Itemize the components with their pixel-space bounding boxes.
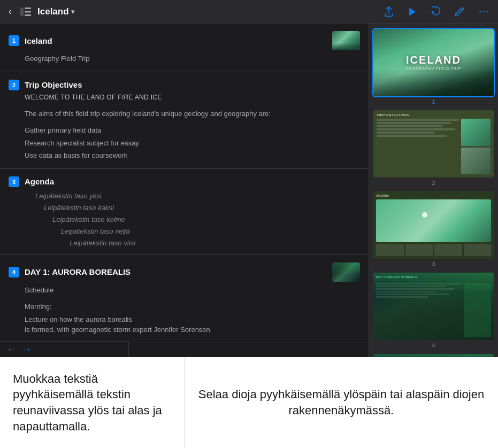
slide-2-text-col: [377, 119, 459, 174]
agenda-bullet-1: Leipätekstin taso yksi: [35, 190, 360, 202]
img-block: [461, 119, 491, 146]
outline-slide-4[interactable]: 4 DAY 1: AURORA BOREALIS Schedule Mornin…: [0, 255, 369, 343]
play-button[interactable]: [405, 4, 420, 19]
slides-thumb-item-5[interactable]: DAY 1: AURORA BOREALIS: [372, 353, 495, 357]
outline-panel[interactable]: 1 Iceland Geography Field Trip 2 Trip Ob…: [0, 24, 369, 357]
more-button[interactable]: [476, 4, 492, 20]
bottom-hint-area: Muokkaa tekstiä pyyhkäisemällä tekstin r…: [0, 357, 498, 448]
outline-slide-3[interactable]: 3 Agenda Leipätekstin taso yksi Leipätek…: [0, 169, 369, 255]
svg-point-7: [486, 11, 488, 12]
bottom-hint-left: Muokkaa tekstiä pyyhkäisemällä tekstin r…: [0, 357, 185, 448]
slide-1-header-left: 1 Iceland: [9, 35, 52, 46]
outline-slide-2[interactable]: 2 Trip Objectives WELCOME TO THE LAND OF…: [0, 72, 369, 169]
slide-4-body-text-1: Morning:: [25, 302, 360, 312]
slides-thumb-img-1: ICELAND GEOGRAPHY FIELD TRIP: [372, 28, 495, 97]
slide-1-number: 1: [9, 35, 19, 46]
block: [434, 244, 462, 256]
svg-rect-2: [25, 11, 31, 12]
aurora-overlay: [373, 273, 494, 313]
agenda-bullet-5: Leipätekstin taso viisi: [35, 237, 360, 249]
sidebar-toggle-button[interactable]: [18, 5, 33, 18]
line: [377, 128, 455, 130]
slide-2-body-caps: WELCOME TO THE LAND OF FIRE AND ICE: [25, 94, 360, 101]
slides-thumb-img-5: DAY 1: AURORA BOREALIS: [372, 353, 495, 357]
slide-4-body-text-2: Lecture on how the aurora borealis is fo…: [25, 314, 360, 335]
agenda-bullet-4: Leipätekstin taso neljä: [35, 226, 360, 237]
presentation-title-label: Iceland: [37, 6, 69, 17]
slide-1-body-text-0: Geography Field Trip: [25, 53, 360, 64]
svg-rect-1: [25, 7, 31, 9]
slide-4-preview: DAY 1: AURORA BOREALIS: [373, 273, 494, 340]
slide-2-header-left: 2 Trip Objectives: [9, 80, 82, 90]
slide-3-bottom: [376, 244, 491, 256]
topbar-left: ‹ Iceland ▾: [6, 4, 381, 19]
slide-thumb-num-1: 1: [372, 98, 495, 105]
outline-slide-1[interactable]: 1 Iceland Geography Field Trip: [0, 24, 369, 72]
slide-3-map: [376, 199, 491, 242]
main-layout: 1 Iceland Geography Field Trip 2 Trip Ob…: [0, 24, 498, 357]
slide-1-preview-title: ICELAND: [405, 55, 462, 65]
slide-4-thumbnail: [332, 262, 360, 282]
back-button[interactable]: ‹: [6, 4, 14, 19]
slides-thumb-img-3: AGENDA: [372, 190, 495, 260]
svg-point-5: [479, 11, 481, 12]
slide-2-header: 2 Trip Objectives: [9, 80, 360, 90]
slide-4-header-left: 4 DAY 1: AURORA BOREALIS: [9, 267, 131, 277]
slide-1-preview-content: ICELAND GEOGRAPHY FIELD TRIP: [405, 55, 462, 71]
slide-2-img-col: [461, 119, 491, 174]
line: [377, 132, 434, 134]
slide-1-title: Iceland: [25, 36, 52, 45]
chevron-down-icon: ▾: [71, 8, 74, 16]
slide-3-preview-title: AGENDA: [376, 194, 491, 197]
slides-thumb-item-2[interactable]: TRIP OBJECTIVES: [372, 109, 495, 186]
svg-marker-4: [409, 7, 416, 16]
slide-1-thumbnail: [332, 31, 360, 50]
slide-2-body-text-1: The aims of this field trip exploring Ic…: [25, 109, 360, 119]
more-icon: [478, 6, 489, 18]
slide-1-thumb-img: [332, 31, 360, 50]
slide-1-overlay: [373, 69, 494, 96]
agenda-bullets: Leipätekstin taso yksi Leipätekstin taso…: [25, 190, 360, 249]
share-button[interactable]: [381, 4, 396, 19]
block: [405, 244, 433, 256]
agenda-bullet-2: Leipätekstin taso kaksi: [35, 202, 360, 214]
share-icon: [384, 6, 394, 17]
bottom-nav-bar: ← →: [0, 341, 129, 357]
bottom-left-hint-text: Muokkaa tekstiä pyyhkäisemällä tekstin r…: [13, 371, 171, 435]
line: [377, 135, 447, 137]
undo-button[interactable]: [428, 4, 443, 19]
slide-3-number: 3: [9, 176, 19, 187]
slides-panel[interactable]: ICELAND GEOGRAPHY FIELD TRIP 1 TRIP OBJE…: [369, 24, 498, 357]
slide-1-preview-subtitle: GEOGRAPHY FIELD TRIP: [405, 67, 462, 71]
slides-thumb-item-4[interactable]: DAY 1: AURORA BOREALIS 4: [372, 272, 495, 349]
slide-3-preview: AGENDA: [373, 191, 494, 259]
slide-2-number: 2: [9, 80, 19, 90]
slide-thumb-num-2: 2: [372, 180, 495, 186]
img-block: [461, 148, 491, 175]
slide-3-header-left: 3 Agenda: [9, 176, 54, 187]
slide-1-preview: ICELAND GEOGRAPHY FIELD TRIP: [373, 29, 494, 96]
slide-4-title: DAY 1: AURORA BOREALIS: [25, 267, 131, 276]
block: [464, 244, 492, 256]
line: [377, 125, 442, 127]
svg-rect-3: [25, 14, 31, 16]
nav-back-arrow[interactable]: ←: [6, 343, 17, 356]
line: [377, 122, 451, 124]
slide-thumb-num-3: 3: [372, 261, 495, 267]
nav-forward-arrow[interactable]: →: [21, 343, 32, 356]
map-dot: [422, 212, 427, 218]
slides-thumb-item-1[interactable]: ICELAND GEOGRAPHY FIELD TRIP 1: [372, 28, 495, 105]
slide-4-number: 4: [9, 267, 19, 277]
slide-2-body-text-3: Research specialist subject for essay: [25, 138, 360, 149]
slide-2-body: WELCOME TO THE LAND OF FIRE AND ICE The …: [9, 94, 360, 161]
line: [377, 119, 459, 121]
slide-4-header: 4 DAY 1: AURORA BOREALIS: [9, 262, 360, 282]
svg-rect-0: [20, 7, 24, 16]
slides-thumb-item-3[interactable]: AGENDA 3: [372, 190, 495, 267]
slide-1-header: 1 Iceland: [9, 31, 360, 50]
slide-4-body: Schedule Morning: Lecture on how the aur…: [9, 285, 360, 335]
pen-button[interactable]: [452, 4, 467, 19]
slide-2-body-text-4: Use data as basis for coursework: [25, 150, 360, 161]
presentation-title-button[interactable]: Iceland ▾: [37, 6, 74, 17]
slides-thumb-img-2: TRIP OBJECTIVES: [372, 109, 495, 179]
